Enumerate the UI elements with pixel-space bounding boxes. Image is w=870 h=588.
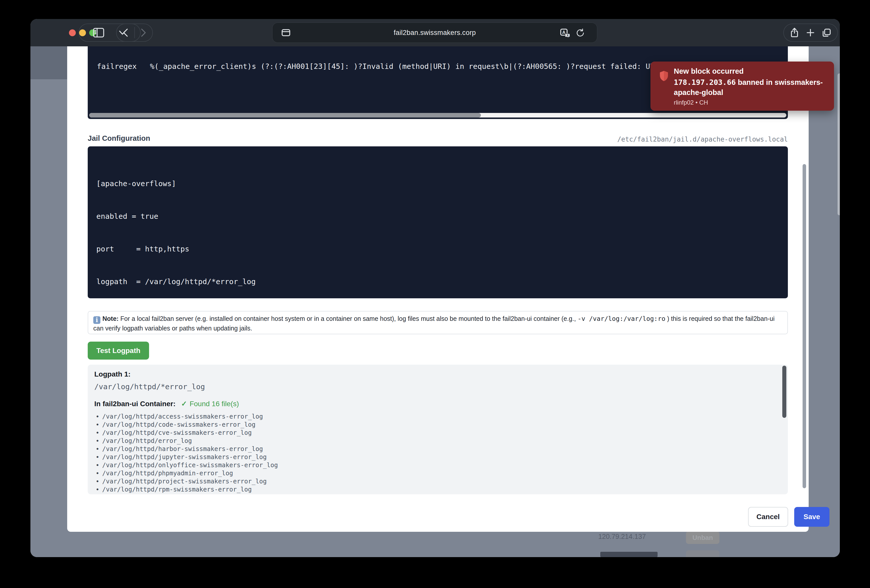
toast-meta: rlinfp02 • CH — [674, 99, 708, 106]
translate-icon: A x — [560, 28, 570, 38]
bullet-icon: • — [96, 453, 98, 461]
bullet-icon: • — [96, 413, 98, 420]
note-text-before: For a local fail2ban server (e.g. instal… — [121, 315, 578, 322]
reload-button[interactable] — [575, 28, 585, 38]
file-path: /var/log/httpd/cve-swissmakers-error_log — [102, 429, 252, 436]
results-scrollbar-thumb[interactable] — [782, 366, 787, 418]
list-item: •/var/log/httpd/project-swissmakers-erro… — [96, 477, 770, 485]
file-path: /var/log/httpd/harbor-swissmakers-error_… — [102, 445, 263, 453]
edit-jail-modal: failregex %(_apache_error_client)s (?:(?… — [67, 46, 809, 532]
page-scrollbar-thumb[interactable] — [837, 73, 840, 215]
list-item: •/var/log/httpd/cve-swissmakers-error_lo… — [96, 428, 770, 437]
bullet-icon: • — [96, 437, 98, 445]
background-ip-row-clipped — [600, 552, 658, 557]
website-icon — [281, 28, 291, 37]
code-line: port = http,https — [96, 244, 788, 254]
bullet-icon: • — [96, 477, 98, 485]
unban-button-clipped[interactable] — [686, 550, 720, 557]
shield-icon — [658, 70, 669, 82]
bullet-icon: • — [96, 445, 98, 453]
list-item: •/var/log/httpd/rpm-swissmakers-error_lo… — [96, 485, 770, 493]
banned-ip: 178.197.203.66 — [674, 78, 736, 87]
tabs-overview-button[interactable] — [821, 28, 832, 38]
cancel-button[interactable]: Cancel — [748, 507, 788, 527]
file-path: /var/log/httpd/phpmyadmin-error_log — [102, 469, 233, 477]
list-item: •/var/log/httpd/error_log — [96, 437, 770, 445]
reload-icon — [575, 28, 585, 38]
list-item: •/var/log/httpd/harbor-swissmakers-error… — [96, 445, 770, 453]
background-ip-address: 120.79.214.137 — [598, 533, 646, 540]
file-path: /var/log/httpd/rpm-swissmakers-error_log — [102, 486, 252, 493]
logpath-value: /var/log/httpd/*error_log — [94, 382, 205, 391]
forward-button[interactable] — [140, 28, 147, 38]
unban-button[interactable]: Unban — [686, 531, 720, 544]
horizontal-scrollbar[interactable] — [89, 113, 787, 117]
plus-icon — [805, 28, 815, 38]
horizontal-scrollbar-thumb[interactable] — [89, 113, 481, 117]
list-item: •/var/log/httpd/jupyter-swissmakers-erro… — [96, 453, 770, 461]
sidebar-toggle-button[interactable] — [92, 27, 105, 38]
address-bar[interactable]: fail2ban.swissmakers.corp A x — [272, 22, 597, 43]
found-count: Found 16 file(s) — [190, 400, 239, 408]
sidebar-icon — [92, 27, 105, 38]
new-tab-button[interactable] — [805, 28, 815, 38]
chevron-right-icon — [140, 28, 147, 38]
translate-button[interactable]: A x — [560, 28, 570, 38]
bullet-icon: • — [96, 469, 98, 477]
browser-window: fail2ban.swissmakers.corp A x — [30, 19, 840, 557]
bullet-icon: • — [96, 421, 98, 428]
code-line: enabled = true — [96, 211, 788, 222]
toast-title: New block occurred — [674, 67, 744, 76]
bullet-icon: • — [96, 493, 98, 494]
code-line: logpath = /var/log/httpd/*error_log — [96, 276, 788, 287]
note-label: Note: — [103, 315, 119, 322]
info-icon: i — [93, 316, 100, 324]
file-path: /var/log/httpd/project-swissmakers-error… — [102, 478, 267, 485]
page-viewport: 120.79.214.137 Unban failregex %(_apache… — [30, 46, 840, 557]
window-actions-group — [783, 24, 838, 42]
logpath-label: Logpath 1: — [94, 370, 131, 378]
modal-scrollbar-thumb[interactable] — [803, 164, 806, 488]
toast-middle-text: banned in — [736, 78, 775, 86]
url-text: fail2ban.swissmakers.corp — [273, 29, 597, 37]
file-path: /var/log/httpd/jupyter-swissmakers-error… — [102, 453, 267, 460]
chevron-left-icon — [122, 28, 129, 38]
bullet-icon: • — [96, 486, 98, 493]
code-line: [apache-overflows] — [96, 178, 788, 189]
file-path: /var/log/httpd/code-swissmakers-error_lo… — [102, 421, 256, 428]
jail-configuration-heading: Jail Configuration — [88, 134, 150, 143]
nav-divider — [134, 27, 135, 38]
save-button[interactable]: Save — [794, 507, 830, 527]
list-item: •/var/log/httpd/code-swissmakers-error_l… — [96, 420, 770, 428]
bullet-icon: • — [96, 429, 98, 437]
list-item: •/var/log/httpd/onlyoffice-swissmakers-e… — [96, 461, 770, 469]
list-item: •/var/log/httpd/phpmyadmin-error_log — [96, 469, 770, 477]
new-block-toast[interactable]: New block occurred 178.197.203.66 banned… — [651, 62, 834, 111]
share-icon — [790, 27, 800, 38]
note-inline-code: -v /var/log:/var/log:ro — [578, 315, 666, 322]
mount-note: iNote: For a local fail2ban server (e.g.… — [88, 311, 788, 334]
file-path: /var/log/httpd/ticket-swissmakers-error_… — [102, 494, 263, 494]
svg-text:x: x — [566, 33, 569, 37]
test-logpath-button[interactable]: Test Logpath — [88, 342, 149, 359]
list-item: •/var/log/httpd/access-swissmakers-error… — [96, 412, 770, 420]
share-button[interactable] — [790, 27, 800, 38]
container-label: In fail2ban-ui Container: — [94, 400, 176, 408]
back-button[interactable] — [122, 28, 129, 38]
jail-config-editor[interactable]: [apache-overflows] enabled = true port =… — [88, 146, 788, 298]
file-path: /var/log/httpd/access-swissmakers-error_… — [102, 413, 263, 420]
list-item: •/var/log/httpd/ticket-swissmakers-error… — [96, 493, 770, 494]
toast-message: 178.197.203.66 banned in swissmakers-apa… — [674, 77, 830, 98]
bullet-icon: • — [96, 461, 98, 469]
jail-config-file-path: /etc/fail2ban/jail.d/apache-overflows.lo… — [617, 135, 788, 143]
history-nav-group — [116, 24, 153, 42]
logpath-test-results: Logpath 1: /var/log/httpd/*error_log In … — [88, 365, 788, 494]
background-header-block — [30, 46, 67, 79]
browser-toolbar: fail2ban.swissmakers.corp A x — [30, 19, 840, 46]
file-path: /var/log/httpd/onlyoffice-swissmakers-er… — [102, 461, 278, 469]
container-check-row: In fail2ban-ui Container:✓Found 16 file(… — [94, 399, 239, 408]
check-icon: ✓ — [181, 400, 187, 408]
traffic-close-button[interactable] — [69, 30, 76, 36]
file-path: /var/log/httpd/error_log — [102, 437, 192, 444]
tabs-icon — [821, 28, 832, 38]
